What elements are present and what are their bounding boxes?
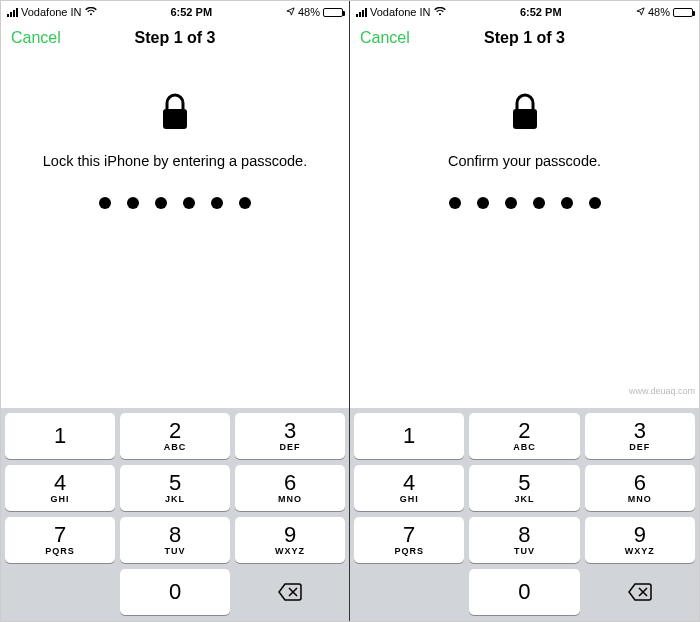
carrier-label: Vodafone IN xyxy=(370,6,431,18)
phone-screen-left: Vodafone IN 6:52 PM 48% Cancel Step 1 of… xyxy=(1,1,350,621)
key-2[interactable]: 2ABC xyxy=(120,413,230,459)
key-2[interactable]: 2ABC xyxy=(469,413,579,459)
location-icon xyxy=(636,7,645,18)
status-bar: Vodafone IN 6:52 PM 48% xyxy=(1,1,349,21)
key-3[interactable]: 3DEF xyxy=(585,413,695,459)
battery-icon xyxy=(673,8,693,17)
passcode-dot xyxy=(505,197,517,209)
dual-screenshot-container: Vodafone IN 6:52 PM 48% Cancel Step 1 of… xyxy=(0,0,700,622)
nav-bar: Cancel Step 1 of 3 xyxy=(1,21,349,55)
numeric-keypad: 1 2ABC 3DEF 4GHI 5JKL 6MNO 7PQRS 8TUV 9W… xyxy=(1,408,349,621)
page-title: Step 1 of 3 xyxy=(135,29,216,47)
key-7[interactable]: 7PQRS xyxy=(5,517,115,563)
battery-percent: 48% xyxy=(648,6,670,18)
key-0[interactable]: 0 xyxy=(469,569,579,615)
key-9[interactable]: 9WXYZ xyxy=(235,517,345,563)
svg-rect-0 xyxy=(163,109,187,129)
clock: 6:52 PM xyxy=(520,6,562,18)
wifi-icon xyxy=(434,7,446,18)
lock-icon xyxy=(508,91,542,139)
signal-icon xyxy=(356,8,367,17)
key-9[interactable]: 9WXYZ xyxy=(585,517,695,563)
key-7[interactable]: 7PQRS xyxy=(354,517,464,563)
passcode-dot xyxy=(533,197,545,209)
passcode-dot xyxy=(561,197,573,209)
status-bar: Vodafone IN 6:52 PM 48% xyxy=(350,1,699,21)
key-6[interactable]: 6MNO xyxy=(585,465,695,511)
key-blank xyxy=(5,569,115,615)
key-0[interactable]: 0 xyxy=(120,569,230,615)
key-5[interactable]: 5JKL xyxy=(469,465,579,511)
content-area: Confirm your passcode. xyxy=(350,55,699,408)
backspace-button[interactable] xyxy=(585,569,695,615)
passcode-dot xyxy=(449,197,461,209)
passcode-dots xyxy=(99,197,251,209)
key-8[interactable]: 8TUV xyxy=(120,517,230,563)
svg-rect-1 xyxy=(513,109,537,129)
battery-icon xyxy=(323,8,343,17)
passcode-dot xyxy=(211,197,223,209)
passcode-dot xyxy=(589,197,601,209)
nav-bar: Cancel Step 1 of 3 xyxy=(350,21,699,55)
key-1[interactable]: 1 xyxy=(354,413,464,459)
key-5[interactable]: 5JKL xyxy=(120,465,230,511)
content-area: Lock this iPhone by entering a passcode. xyxy=(1,55,349,408)
passcode-dot xyxy=(99,197,111,209)
instruction-text: Confirm your passcode. xyxy=(448,153,601,169)
passcode-dot xyxy=(155,197,167,209)
watermark: www.deuaq.com xyxy=(629,386,695,396)
signal-icon xyxy=(7,8,18,17)
cancel-button[interactable]: Cancel xyxy=(360,29,410,47)
cancel-button[interactable]: Cancel xyxy=(11,29,61,47)
instruction-text: Lock this iPhone by entering a passcode. xyxy=(43,153,307,169)
phone-screen-right: Vodafone IN 6:52 PM 48% Cancel Step 1 of… xyxy=(350,1,699,621)
passcode-dot xyxy=(127,197,139,209)
wifi-icon xyxy=(85,7,97,18)
carrier-label: Vodafone IN xyxy=(21,6,82,18)
key-3[interactable]: 3DEF xyxy=(235,413,345,459)
passcode-dot xyxy=(477,197,489,209)
key-blank xyxy=(354,569,464,615)
clock: 6:52 PM xyxy=(170,6,212,18)
key-4[interactable]: 4GHI xyxy=(354,465,464,511)
location-icon xyxy=(286,7,295,18)
key-1[interactable]: 1 xyxy=(5,413,115,459)
key-6[interactable]: 6MNO xyxy=(235,465,345,511)
page-title: Step 1 of 3 xyxy=(484,29,565,47)
passcode-dot xyxy=(183,197,195,209)
passcode-dot xyxy=(239,197,251,209)
key-4[interactable]: 4GHI xyxy=(5,465,115,511)
key-8[interactable]: 8TUV xyxy=(469,517,579,563)
battery-percent: 48% xyxy=(298,6,320,18)
lock-icon xyxy=(158,91,192,139)
numeric-keypad: 1 2ABC 3DEF 4GHI 5JKL 6MNO 7PQRS 8TUV 9W… xyxy=(350,408,699,621)
backspace-button[interactable] xyxy=(235,569,345,615)
passcode-dots xyxy=(449,197,601,209)
